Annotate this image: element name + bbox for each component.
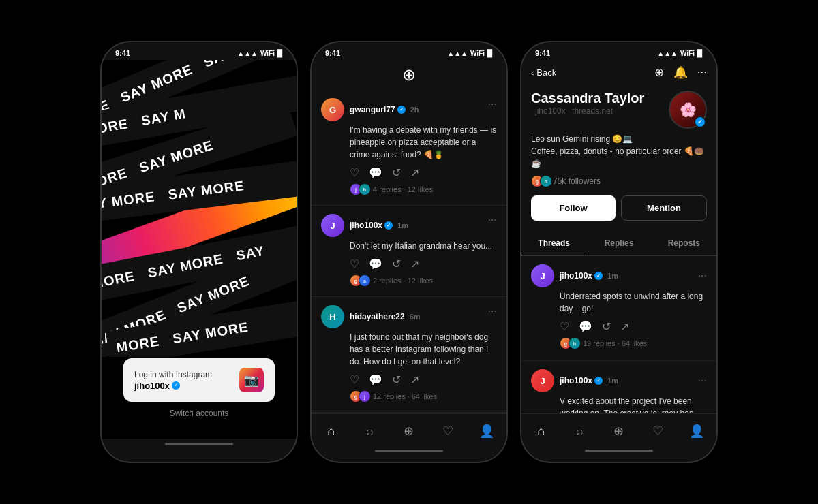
post-3-reply-avatars: g j <box>350 390 367 403</box>
splash-bg: SAY MORE SAY MORE SAY MORE SAY MORE SAY … <box>102 60 297 357</box>
like-btn-2[interactable]: ♡ <box>350 257 359 270</box>
pp1-repost[interactable]: ↺ <box>602 320 611 333</box>
share-btn-1[interactable]: ↗ <box>410 166 419 179</box>
feed-header: ⊕ <box>312 60 506 90</box>
nav-compose-3[interactable]: ⊕ <box>605 421 633 441</box>
profile-post-1-header: J jiho100x ✓ 1m ··· <box>531 264 707 287</box>
wifi-icon: WiFi <box>260 50 275 57</box>
bell-icon[interactable]: 🔔 <box>673 65 688 80</box>
profile-name: Cassandra Taylor <box>531 91 644 106</box>
nav-likes[interactable]: ♡ <box>434 421 461 441</box>
post-3-actions: ♡ 💬 ↺ ↗ <box>350 373 497 386</box>
post-1-meta: j h 4 replies · 12 likes <box>350 183 497 195</box>
post-3-text: I just found out that my neighbor's dog … <box>350 331 497 368</box>
like-btn-3[interactable]: ♡ <box>350 373 359 386</box>
tab-replies[interactable]: Replies <box>586 232 651 255</box>
post-3-more[interactable]: ··· <box>488 305 497 317</box>
profile-post-1-username: jiho100x ✓ 1m <box>560 271 618 281</box>
nav-profile[interactable]: 👤 <box>473 421 500 441</box>
pp1-stats: 19 replies · 64 likes <box>583 339 647 347</box>
wifi-icon-2: WiFi <box>470 50 485 57</box>
time-2: 9:41 <box>325 49 340 57</box>
splash-screen: SAY MORE SAY MORE SAY MORE SAY MORE SAY … <box>102 60 297 439</box>
profile-screen: ‹ Back ⊕ 🔔 ··· Cassandra Taylor jiho100x… <box>521 60 716 445</box>
profile-top-row: Cassandra Taylor jiho100x threads.net 🌸 … <box>531 91 707 129</box>
battery-icon-2: ▉ <box>487 50 493 57</box>
profile-post-1-more[interactable]: ··· <box>698 270 707 282</box>
comment-btn-3[interactable]: 💬 <box>369 373 382 386</box>
phone-3: 9:41 ▲▲▲ WiFi ▉ ‹ Back ⊕ 🔔 ··· Cassandra… <box>520 41 718 463</box>
profile-followers: g h 75k followers <box>531 175 707 187</box>
share-btn-3[interactable]: ↗ <box>410 373 419 386</box>
post-2-stats: 2 replies · 12 likes <box>373 277 433 285</box>
switch-accounts[interactable]: Switch accounts <box>112 409 286 418</box>
login-label: Log in with Instagram <box>134 370 212 379</box>
profile-post-2-username: jiho100x ✓ 1m <box>560 376 618 385</box>
status-bar-2: 9:41 ▲▲▲ WiFi ▉ <box>312 42 506 60</box>
followers-avatars: g h <box>531 175 549 187</box>
nav-profile-3[interactable]: 👤 <box>683 421 710 441</box>
pp1-share[interactable]: ↗ <box>620 320 629 333</box>
nav-home[interactable]: ⌂ <box>318 421 345 441</box>
profile-post-2-text: V excited about the project I've been wo… <box>560 395 707 413</box>
tab-reposts[interactable]: Reposts <box>652 232 716 255</box>
like-btn-1[interactable]: ♡ <box>350 166 359 179</box>
header-icons: ⊕ 🔔 ··· <box>654 65 707 80</box>
post-2-actions: ♡ 💬 ↺ ↗ <box>350 257 497 270</box>
status-bar-1: 9:41 ▲▲▲ WiFi ▉ <box>102 42 297 60</box>
post-2-avatar: J <box>321 214 344 237</box>
post-1-reply-avatars: j h <box>350 183 367 195</box>
comment-btn-1[interactable]: 💬 <box>369 166 382 179</box>
comment-btn-2[interactable]: 💬 <box>369 257 382 270</box>
tab-threads[interactable]: Threads <box>521 232 586 255</box>
repost-btn-3[interactable]: ↺ <box>392 373 401 386</box>
instagram-icon[interactable]: ⊕ <box>654 65 664 80</box>
profile-info: Cassandra Taylor jiho100x threads.net 🌸 … <box>521 85 716 232</box>
nav-home-3[interactable]: ⌂ <box>528 421 555 441</box>
repost-btn-2[interactable]: ↺ <box>392 257 401 270</box>
pp1-comment[interactable]: 💬 <box>579 320 592 333</box>
post-2-more[interactable]: ··· <box>488 214 497 226</box>
post-2-meta: g a 2 replies · 12 likes <box>350 274 497 287</box>
back-button[interactable]: ‹ Back <box>531 67 556 78</box>
pp1-like[interactable]: ♡ <box>560 320 569 333</box>
post-1: G gwangurl77 ✓ 2h ··· I'm having a debat… <box>312 90 506 206</box>
nav-search-3[interactable]: ⌕ <box>566 421 594 441</box>
profile-posts: J jiho100x ✓ 1m ··· Underrated spots to … <box>521 256 716 413</box>
post-1-header: G gwangurl77 ✓ 2h ··· <box>321 98 497 121</box>
pp1-reply-avatars: g h <box>560 337 577 349</box>
post-2-reply-avatars: g a <box>350 274 367 287</box>
mention-button[interactable]: Mention <box>621 195 707 221</box>
nav-likes-3[interactable]: ♡ <box>644 421 671 441</box>
chevron-left-icon: ‹ <box>531 67 534 78</box>
profile-bio: Leo sun Gemini rising 😊💻 Coffee, pizza, … <box>531 133 707 170</box>
profile-post-1-verified: ✓ <box>594 272 603 280</box>
share-btn-2[interactable]: ↗ <box>410 257 419 270</box>
post-3-meta: g j 12 replies · 64 likes <box>350 390 497 403</box>
login-card[interactable]: Log in with Instagram jiho100x ✓ 📷 <box>123 358 275 402</box>
profile-post-1-avatar: J <box>531 264 554 287</box>
post-1-text: I'm having a debate with my friends — is… <box>350 124 497 161</box>
profile-post-2-more[interactable]: ··· <box>698 375 707 387</box>
post-2-header: J jiho100x ✓ 1m ··· <box>321 214 497 237</box>
battery-icon: ▉ <box>277 50 283 57</box>
profile-actions: Follow Mention <box>531 195 707 221</box>
time-3: 9:41 <box>535 49 550 57</box>
instagram-logo: 📷 <box>239 368 264 392</box>
time-1: 9:41 <box>115 49 130 57</box>
follow-button[interactable]: Follow <box>531 195 616 221</box>
login-username: jiho100x ✓ <box>134 381 212 391</box>
signal-icon: ▲▲▲ <box>237 50 258 57</box>
profile-post-1-text: Underrated spots to unwind after a long … <box>560 290 707 315</box>
wifi-icon-3: WiFi <box>680 50 695 57</box>
repost-btn-1[interactable]: ↺ <box>392 166 401 179</box>
nav-compose[interactable]: ⊕ <box>395 421 423 441</box>
nav-search[interactable]: ⌕ <box>357 421 384 441</box>
battery-icon-3: ▉ <box>697 50 703 57</box>
signal-icon-3: ▲▲▲ <box>657 50 678 57</box>
more-icon[interactable]: ··· <box>697 65 707 80</box>
post-2-verified: ✓ <box>384 221 393 230</box>
post-1-more[interactable]: ··· <box>488 98 497 110</box>
profile-header: ‹ Back ⊕ 🔔 ··· <box>521 60 716 85</box>
profile-tabs: Threads Replies Reposts <box>521 232 716 256</box>
